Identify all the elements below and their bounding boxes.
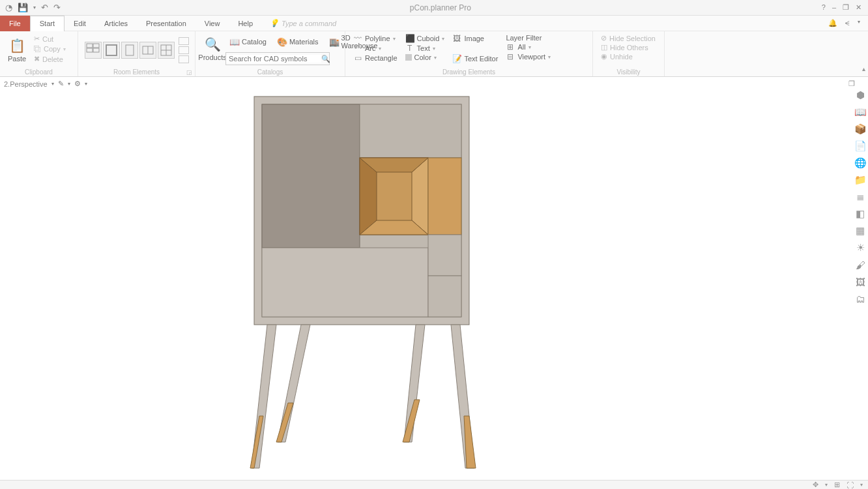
hide-selection-button[interactable]: ⊘Hide Selection [600,34,657,42]
door-tool[interactable] [121,42,138,59]
wall-tool[interactable] [85,42,102,59]
window-title: pCon.planner Pro [66,3,815,12]
viewport-maximize-icon[interactable]: ❐ [848,80,855,88]
view-dd3[interactable]: ▾ [85,81,87,87]
move-icon[interactable]: ✥ [813,481,818,489]
cad-search-input[interactable] [226,55,321,63]
minimize-icon[interactable]: – [832,3,836,12]
ribbon-collapse-icon[interactable]: ▴ [862,65,865,72]
grid-status-icon[interactable]: ⊞ [834,481,840,489]
settings-dropdown-icon[interactable]: ▾ [858,19,860,27]
tab-presentation[interactable]: Presentation [137,16,195,31]
materials-button[interactable]: 🎨Materials [273,33,323,51]
notify-icon[interactable]: 🔔 [828,19,837,27]
grid-surface-icon[interactable]: ▦ [854,224,867,237]
room-extra-3[interactable] [179,55,189,63]
clipboard-icon: 📋 [9,38,25,53]
delete-button[interactable]: ✖Delete [33,54,67,64]
viewport-tool[interactable]: ⊟Viewport▾ [504,52,552,61]
card-icon[interactable]: 🗂 [854,292,867,305]
furniture-object[interactable] [248,90,482,476]
window-tool[interactable] [139,42,156,59]
pen-icon[interactable]: ✎ [58,80,64,88]
app-icon[interactable]: ◔ [5,3,12,12]
panel-drawing: 〰Polyline▾ ◠Arc▾ ▭Rectangle ⬛Cuboid▾ TTe… [345,31,593,76]
products-button[interactable]: 🔍 Products [199,33,225,65]
floor-tool[interactable] [158,42,175,59]
document-icon[interactable]: 📄 [854,140,867,153]
view-dd2[interactable]: ▾ [68,81,70,87]
arc-tool[interactable]: ◠Arc▾ [352,44,399,53]
tab-help[interactable]: Help [229,16,262,31]
svg-rect-3 [93,48,99,52]
room-tool[interactable] [103,42,120,59]
svg-rect-1 [93,44,99,48]
right-toolbar: ⬢ 📖 📦 📄 🌐 📁 ≣ ◧ ▦ ☀ 🖌 🖼 🗂 [852,89,868,305]
book-open-icon[interactable]: 📖 [854,106,867,119]
svg-rect-20 [428,158,461,235]
text-tool[interactable]: TText▾ [404,44,446,53]
panel-clipboard: 📋 Paste ✂Cut ⿻Copy▾ ✖Delete Clipboard [0,31,78,76]
share-icon[interactable]: ⪪ [844,19,851,27]
help-icon[interactable]: ? [822,3,826,12]
sun-icon[interactable]: ☀ [854,241,867,254]
undo-icon[interactable]: ↶ [41,3,48,12]
layers-icon[interactable]: ≣ [854,190,867,203]
status-dd[interactable]: ▾ [825,482,828,488]
qat-dropdown-icon[interactable]: ▾ [33,5,36,10]
polyline-icon: 〰 [353,34,362,43]
svg-rect-14 [360,104,461,158]
folder-icon[interactable]: 📁 [854,173,867,186]
rectangle-icon: ▭ [353,53,362,63]
search-icon: 🔍 [205,37,221,52]
room-extra-2[interactable] [179,46,189,54]
image-tool[interactable]: 🖼Image [451,34,499,43]
viewport[interactable]: 2.Perspective ▾ ✎ ▾ ⚙ ▾ ❐ [0,77,868,480]
room-dialog-launcher[interactable]: ◲ [186,69,192,76]
save-icon[interactable]: 💾 [18,3,28,12]
globe-icon[interactable]: 🌐 [854,156,867,170]
box-icon[interactable]: 📦 [854,123,867,136]
tab-edit[interactable]: Edit [65,16,95,31]
paste-button[interactable]: 📋 Paste [4,33,30,67]
gear-view-icon[interactable]: ⚙ [74,80,81,88]
cad-search[interactable]: 🔍 [225,52,330,65]
brush-icon[interactable]: 🖌 [854,258,867,271]
tab-articles[interactable]: Articles [95,16,137,31]
unhide-icon: ◉ [601,52,607,61]
tab-start[interactable]: Start [30,16,65,31]
view-dd1[interactable]: ▾ [51,81,54,87]
status-dd2[interactable]: ▾ [860,482,863,488]
color-tool[interactable]: Color▾ [404,53,446,61]
cube-icon[interactable]: ⬢ [854,89,867,102]
catalog-button[interactable]: 📖Catalog [225,33,270,51]
command-box[interactable]: 💡 Type a command [270,19,336,27]
file-menu[interactable]: File [0,16,30,31]
svg-rect-13 [262,104,360,248]
arc-icon: ◠ [353,44,362,53]
cuboid-tool[interactable]: ⬛Cuboid▾ [404,34,446,43]
cut-button[interactable]: ✂Cut [33,34,67,44]
all-tool[interactable]: ⊞All▾ [504,42,552,52]
tab-view[interactable]: View [195,16,229,31]
room-extra-1[interactable] [179,37,189,45]
text-editor-tool[interactable]: 📝Text Editor [451,54,499,63]
search-submit-icon[interactable]: 🔍 [321,55,330,63]
picture-icon[interactable]: 🖼 [854,275,867,288]
polyline-tool[interactable]: 〰Polyline▾ [352,34,399,43]
close-icon[interactable]: ✕ [856,3,861,12]
text-editor-icon: 📝 [452,54,461,63]
maximize-icon[interactable]: ❐ [843,3,849,12]
unhide-button[interactable]: ◉Unhide [600,52,657,61]
hide-icon: ⊘ [601,34,607,42]
hide-others-button[interactable]: ◫Hide Others [600,43,657,52]
swatch-icon[interactable]: ◧ [854,207,867,220]
image-icon: 🖼 [452,34,461,43]
redo-icon[interactable]: ↷ [53,3,61,12]
color-icon [405,54,412,61]
rectangle-tool[interactable]: ▭Rectangle [352,53,399,63]
copy-button[interactable]: ⿻Copy▾ [33,44,67,53]
view-name[interactable]: 2.Perspective [4,80,48,88]
layer-filter-tool[interactable]: Layer Filter [504,34,552,42]
fullscreen-icon[interactable]: ⛶ [846,481,854,489]
